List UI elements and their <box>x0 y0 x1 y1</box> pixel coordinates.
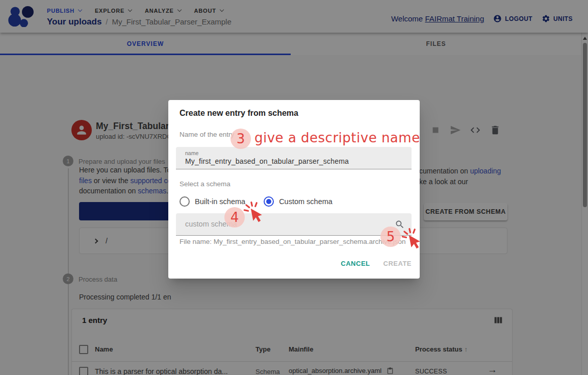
dialog-actions: CANCEL CREATE <box>341 260 412 267</box>
custom-schema-input[interactable]: custom schema <box>176 213 412 236</box>
click-cursor-icon <box>243 201 264 224</box>
dialog-title: Create new entry from schema <box>180 109 298 118</box>
annotation-3-badge: 3 <box>231 129 251 149</box>
create-button[interactable]: CREATE <box>384 260 412 267</box>
create-entry-dialog: Create new entry from schema Name of the… <box>168 100 420 279</box>
click-cursor-icon <box>401 228 422 251</box>
builtin-schema-label[interactable]: Built-in schema <box>195 197 245 206</box>
cancel-button[interactable]: CANCEL <box>341 260 370 267</box>
nomad-upload-page: PUBLISH EXPLORE ANALYZE ABOUT Your uploa… <box>0 0 588 375</box>
file-name-helper: File name: My_first_entry_based_on_tabul… <box>180 238 405 245</box>
annotation-4-badge: 4 <box>224 207 245 228</box>
custom-schema-label[interactable]: Custom schema <box>279 197 333 206</box>
schema-section-label: Select a schema <box>180 180 231 188</box>
name-input-value: My_first_entry_based_on_tabular_parser_s… <box>185 157 349 165</box>
custom-schema-radio[interactable] <box>264 196 274 207</box>
name-input[interactable]: name My_first_entry_based_on_tabular_par… <box>176 147 412 169</box>
name-section-label: Name of the entry <box>180 131 234 138</box>
annotation-3-text: give a descriptive name <box>254 130 420 145</box>
annotation-5-badge: 5 <box>380 227 401 247</box>
name-input-label: name <box>185 150 198 156</box>
builtin-schema-radio[interactable] <box>180 196 190 207</box>
